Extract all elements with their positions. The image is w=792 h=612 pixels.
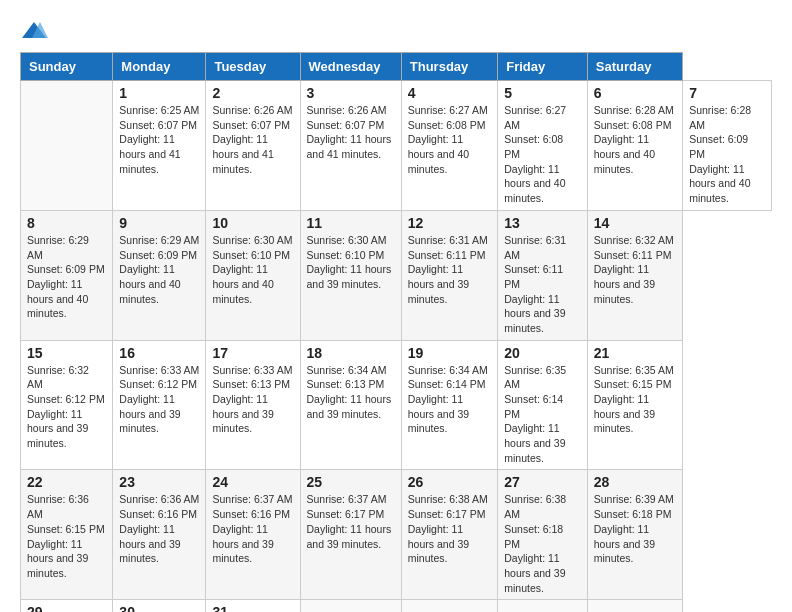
- day-cell: 7Sunrise: 6:28 AMSunset: 6:09 PMDaylight…: [683, 81, 772, 211]
- day-cell: 14Sunrise: 6:32 AMSunset: 6:11 PMDayligh…: [587, 210, 682, 340]
- day-cell: 27Sunrise: 6:38 AMSunset: 6:18 PMDayligh…: [498, 470, 588, 600]
- day-number: 9: [119, 215, 199, 231]
- day-cell: 2Sunrise: 6:26 AMSunset: 6:07 PMDaylight…: [206, 81, 300, 211]
- day-cell: [498, 600, 588, 612]
- header-cell-sunday: Sunday: [21, 53, 113, 81]
- week-row-4: 22Sunrise: 6:36 AMSunset: 6:15 PMDayligh…: [21, 470, 772, 600]
- day-info: Sunrise: 6:26 AMSunset: 6:07 PMDaylight:…: [307, 103, 395, 162]
- day-number: 26: [408, 474, 491, 490]
- day-cell: 30Sunrise: 6:40 AMSunset: 6:19 PMDayligh…: [113, 600, 206, 612]
- day-number: 8: [27, 215, 106, 231]
- week-row-3: 15Sunrise: 6:32 AMSunset: 6:12 PMDayligh…: [21, 340, 772, 470]
- day-cell: 13Sunrise: 6:31 AMSunset: 6:11 PMDayligh…: [498, 210, 588, 340]
- day-number: 11: [307, 215, 395, 231]
- day-number: 13: [504, 215, 581, 231]
- header-cell-friday: Friday: [498, 53, 588, 81]
- day-cell: 4Sunrise: 6:27 AMSunset: 6:08 PMDaylight…: [401, 81, 497, 211]
- day-number: 17: [212, 345, 293, 361]
- empty-cell: [21, 81, 113, 211]
- day-number: 19: [408, 345, 491, 361]
- day-cell: 25Sunrise: 6:37 AMSunset: 6:17 PMDayligh…: [300, 470, 401, 600]
- day-info: Sunrise: 6:31 AMSunset: 6:11 PMDaylight:…: [504, 233, 581, 336]
- day-info: Sunrise: 6:29 AMSunset: 6:09 PMDaylight:…: [27, 233, 106, 321]
- day-cell: 15Sunrise: 6:32 AMSunset: 6:12 PMDayligh…: [21, 340, 113, 470]
- day-cell: 3Sunrise: 6:26 AMSunset: 6:07 PMDaylight…: [300, 81, 401, 211]
- day-cell: [300, 600, 401, 612]
- day-cell: 1Sunrise: 6:25 AMSunset: 6:07 PMDaylight…: [113, 81, 206, 211]
- day-cell: 17Sunrise: 6:33 AMSunset: 6:13 PMDayligh…: [206, 340, 300, 470]
- day-info: Sunrise: 6:31 AMSunset: 6:11 PMDaylight:…: [408, 233, 491, 306]
- day-number: 3: [307, 85, 395, 101]
- day-info: Sunrise: 6:34 AMSunset: 6:13 PMDaylight:…: [307, 363, 395, 422]
- day-cell: 23Sunrise: 6:36 AMSunset: 6:16 PMDayligh…: [113, 470, 206, 600]
- day-cell: 16Sunrise: 6:33 AMSunset: 6:12 PMDayligh…: [113, 340, 206, 470]
- day-info: Sunrise: 6:37 AMSunset: 6:17 PMDaylight:…: [307, 492, 395, 551]
- day-info: Sunrise: 6:33 AMSunset: 6:12 PMDaylight:…: [119, 363, 199, 436]
- day-number: 23: [119, 474, 199, 490]
- day-info: Sunrise: 6:28 AMSunset: 6:09 PMDaylight:…: [689, 103, 765, 206]
- day-number: 16: [119, 345, 199, 361]
- day-number: 27: [504, 474, 581, 490]
- day-info: Sunrise: 6:37 AMSunset: 6:16 PMDaylight:…: [212, 492, 293, 565]
- day-info: Sunrise: 6:29 AMSunset: 6:09 PMDaylight:…: [119, 233, 199, 306]
- header-row: SundayMondayTuesdayWednesdayThursdayFrid…: [21, 53, 772, 81]
- day-number: 5: [504, 85, 581, 101]
- day-cell: 26Sunrise: 6:38 AMSunset: 6:17 PMDayligh…: [401, 470, 497, 600]
- day-cell: 12Sunrise: 6:31 AMSunset: 6:11 PMDayligh…: [401, 210, 497, 340]
- day-info: Sunrise: 6:26 AMSunset: 6:07 PMDaylight:…: [212, 103, 293, 176]
- day-info: Sunrise: 6:35 AMSunset: 6:15 PMDaylight:…: [594, 363, 676, 436]
- day-info: Sunrise: 6:30 AMSunset: 6:10 PMDaylight:…: [307, 233, 395, 292]
- day-info: Sunrise: 6:28 AMSunset: 6:08 PMDaylight:…: [594, 103, 676, 176]
- day-info: Sunrise: 6:32 AMSunset: 6:11 PMDaylight:…: [594, 233, 676, 306]
- day-number: 4: [408, 85, 491, 101]
- day-number: 6: [594, 85, 676, 101]
- day-number: 10: [212, 215, 293, 231]
- day-number: 22: [27, 474, 106, 490]
- day-cell: 9Sunrise: 6:29 AMSunset: 6:09 PMDaylight…: [113, 210, 206, 340]
- day-cell: [587, 600, 682, 612]
- day-number: 21: [594, 345, 676, 361]
- week-row-5: 29Sunrise: 6:39 AMSunset: 6:19 PMDayligh…: [21, 600, 772, 612]
- header-cell-tuesday: Tuesday: [206, 53, 300, 81]
- day-info: Sunrise: 6:25 AMSunset: 6:07 PMDaylight:…: [119, 103, 199, 176]
- day-info: Sunrise: 6:35 AMSunset: 6:14 PMDaylight:…: [504, 363, 581, 466]
- day-number: 14: [594, 215, 676, 231]
- day-info: Sunrise: 6:38 AMSunset: 6:18 PMDaylight:…: [504, 492, 581, 595]
- day-info: Sunrise: 6:27 AMSunset: 6:08 PMDaylight:…: [408, 103, 491, 176]
- day-number: 30: [119, 604, 199, 612]
- day-number: 2: [212, 85, 293, 101]
- day-cell: 6Sunrise: 6:28 AMSunset: 6:08 PMDaylight…: [587, 81, 682, 211]
- header-cell-monday: Monday: [113, 53, 206, 81]
- day-info: Sunrise: 6:33 AMSunset: 6:13 PMDaylight:…: [212, 363, 293, 436]
- day-number: 20: [504, 345, 581, 361]
- day-number: 25: [307, 474, 395, 490]
- header-cell-wednesday: Wednesday: [300, 53, 401, 81]
- header-cell-saturday: Saturday: [587, 53, 682, 81]
- day-cell: 24Sunrise: 6:37 AMSunset: 6:16 PMDayligh…: [206, 470, 300, 600]
- day-info: Sunrise: 6:34 AMSunset: 6:14 PMDaylight:…: [408, 363, 491, 436]
- day-info: Sunrise: 6:36 AMSunset: 6:16 PMDaylight:…: [119, 492, 199, 565]
- day-number: 12: [408, 215, 491, 231]
- day-cell: 22Sunrise: 6:36 AMSunset: 6:15 PMDayligh…: [21, 470, 113, 600]
- day-cell: 18Sunrise: 6:34 AMSunset: 6:13 PMDayligh…: [300, 340, 401, 470]
- day-number: 24: [212, 474, 293, 490]
- day-number: 18: [307, 345, 395, 361]
- day-cell: 11Sunrise: 6:30 AMSunset: 6:10 PMDayligh…: [300, 210, 401, 340]
- header: [20, 20, 772, 42]
- day-info: Sunrise: 6:27 AMSunset: 6:08 PMDaylight:…: [504, 103, 581, 206]
- day-info: Sunrise: 6:38 AMSunset: 6:17 PMDaylight:…: [408, 492, 491, 565]
- day-info: Sunrise: 6:32 AMSunset: 6:12 PMDaylight:…: [27, 363, 106, 451]
- week-row-2: 8Sunrise: 6:29 AMSunset: 6:09 PMDaylight…: [21, 210, 772, 340]
- day-number: 29: [27, 604, 106, 612]
- day-cell: 5Sunrise: 6:27 AMSunset: 6:08 PMDaylight…: [498, 81, 588, 211]
- day-cell: 10Sunrise: 6:30 AMSunset: 6:10 PMDayligh…: [206, 210, 300, 340]
- day-info: Sunrise: 6:39 AMSunset: 6:18 PMDaylight:…: [594, 492, 676, 565]
- generalblue-logo-icon: [20, 20, 48, 42]
- header-cell-thursday: Thursday: [401, 53, 497, 81]
- day-number: 28: [594, 474, 676, 490]
- day-cell: 31Sunrise: 6:40 AMSunset: 6:20 PMDayligh…: [206, 600, 300, 612]
- week-row-1: 1Sunrise: 6:25 AMSunset: 6:07 PMDaylight…: [21, 81, 772, 211]
- day-cell: 8Sunrise: 6:29 AMSunset: 6:09 PMDaylight…: [21, 210, 113, 340]
- day-number: 31: [212, 604, 293, 612]
- day-number: 1: [119, 85, 199, 101]
